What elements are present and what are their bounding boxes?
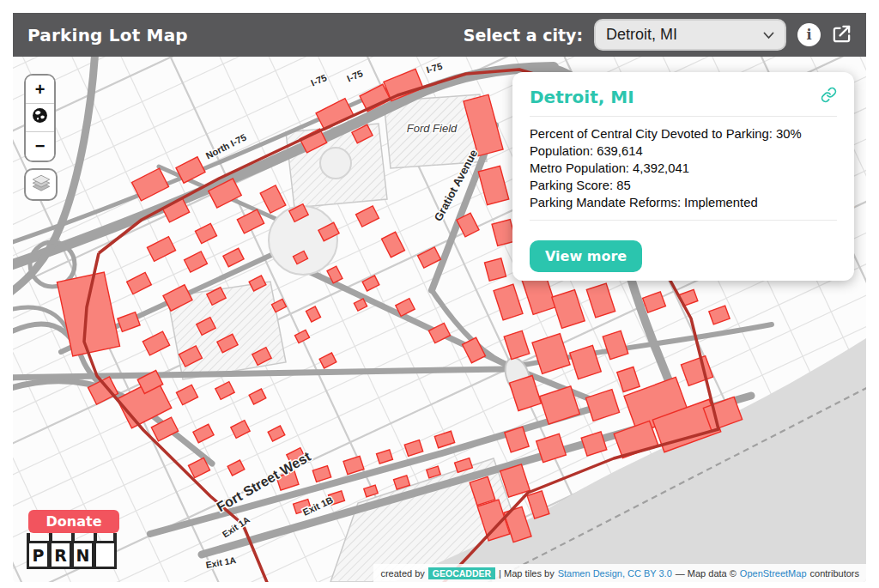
parking-lot: [223, 248, 244, 267]
parking-lot: [118, 312, 140, 332]
parking-lot: [268, 426, 285, 441]
logo-letter: N: [71, 541, 94, 569]
share-button[interactable]: [832, 24, 852, 46]
geocadder-link[interactable]: GEOCADDER: [428, 567, 495, 579]
app-window: Parking Lot Map Select a city: Detroit, …: [0, 0, 879, 588]
parking-lot: [57, 272, 119, 356]
parking-lot: [504, 330, 530, 359]
logo-letter-empty: [94, 541, 117, 569]
attribution-text: | Map tiles by: [499, 568, 555, 579]
parking-lot: [434, 431, 454, 447]
parking-lot: [319, 353, 336, 368]
card-divider-top: [530, 116, 837, 117]
card-divider-bottom: [530, 220, 837, 221]
parking-lot: [185, 252, 208, 272]
logo-letter: P: [27, 541, 50, 569]
globe-button[interactable]: [26, 104, 54, 132]
attribution-text: — Map data ©: [676, 568, 737, 579]
parking-lot: [195, 223, 216, 243]
page-title: Parking Lot Map: [27, 25, 188, 45]
parking-lot: [509, 376, 541, 411]
map-label: Ford Field: [407, 122, 458, 135]
attribution-bar: created by GEOCADDER | Map tiles by Stam…: [373, 564, 866, 582]
view-more-button[interactable]: View more: [530, 240, 642, 272]
city-info-card: Detroit, MI Percent of Central City Devo…: [512, 72, 854, 281]
parking-lot: [603, 330, 628, 359]
parking-lot: [552, 290, 585, 329]
donate-button[interactable]: Donate: [28, 510, 119, 533]
stamen-design-link[interactable]: Stamen Design, CC BY 3.0: [558, 568, 672, 579]
prn-logo[interactable]: P R N: [27, 533, 118, 571]
map-zoom-control: + −: [24, 74, 56, 162]
parking-lot: [356, 206, 379, 227]
parking-lot: [484, 258, 506, 281]
parking-lot: [142, 331, 169, 355]
globe-icon: [32, 107, 48, 128]
city-select[interactable]: Detroit, MI: [594, 19, 786, 51]
parking-lot: [418, 247, 441, 268]
parking-lot: [377, 450, 393, 464]
stat-line: Population: 639,614: [530, 142, 837, 160]
attribution-text: contributors: [810, 568, 859, 579]
stat-line: Parking Mandate Reforms: Implemented: [530, 194, 837, 211]
parking-lot: [532, 334, 570, 374]
parking-lot: [231, 421, 250, 439]
app-header: Parking Lot Map Select a city: Detroit, …: [13, 13, 866, 57]
parking-lot: [176, 385, 197, 404]
city-stats: Percent of Central City Devoted to Parki…: [530, 125, 837, 211]
parking-lot: [306, 306, 320, 322]
parking-lot: [193, 424, 214, 443]
city-select-label: Select a city:: [464, 26, 583, 45]
parking-lot: [147, 237, 175, 262]
stat-line: Metro Population: 4,392,041: [530, 160, 837, 177]
parking-lot: [404, 440, 422, 457]
external-link-icon: [832, 24, 852, 46]
parking-lot: [343, 456, 364, 474]
chevron-down-icon: [763, 26, 774, 44]
parking-lot: [585, 390, 619, 421]
card-title: Detroit, MI: [530, 87, 634, 107]
map-label: I-75: [345, 68, 364, 84]
parking-lot: [249, 389, 266, 404]
parking-lot: [643, 292, 666, 312]
parking-lot: [294, 330, 309, 342]
parking-lot: [494, 284, 523, 320]
info-button[interactable]: i: [797, 23, 821, 46]
parking-lot: [463, 337, 486, 363]
map-canvas[interactable]: I-75I-75I-75North I-75Ford FieldGratiot …: [13, 57, 866, 582]
parking-lot: [709, 306, 730, 324]
layers-button[interactable]: [24, 168, 58, 201]
info-icon: i: [806, 27, 811, 43]
zoom-out-button[interactable]: −: [26, 132, 54, 161]
stat-line: Parking Score: 85: [530, 177, 837, 194]
parking-lot: [312, 466, 330, 482]
openstreetmap-link[interactable]: OpenStreetMap: [740, 568, 807, 579]
city-select-value: Detroit, MI: [606, 26, 677, 44]
attribution-text: created by: [380, 568, 424, 579]
parking-lot: [215, 382, 234, 400]
map-label: Exit 1A: [205, 555, 238, 570]
layers-icon: [30, 173, 52, 197]
zoom-in-button[interactable]: +: [26, 76, 54, 104]
map-label: I-75: [425, 61, 444, 76]
header-controls: Select a city: Detroit, MI i: [464, 19, 852, 51]
parking-lot: [586, 283, 615, 318]
parking-lot: [127, 272, 152, 294]
parking-lot: [227, 460, 245, 476]
parking-lot: [428, 323, 450, 342]
map-label: I-75: [309, 72, 328, 88]
stat-line: Percent of Central City Devoted to Parki…: [530, 125, 837, 142]
link-icon[interactable]: [821, 87, 837, 106]
parking-lot: [681, 356, 712, 386]
logo-letter: R: [49, 541, 72, 569]
